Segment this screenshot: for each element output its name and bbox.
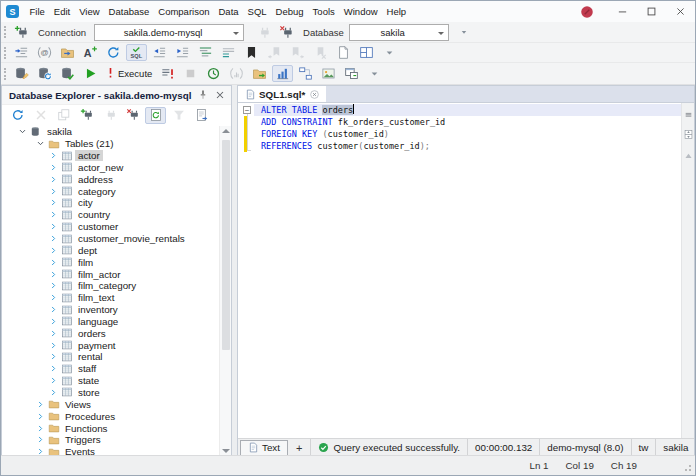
tree-item-actor[interactable]: actor [3, 150, 218, 162]
chevron-collapsed-icon[interactable] [35, 399, 46, 409]
tree-item-actor-new[interactable]: actor_new [3, 162, 218, 174]
layout-panes-button[interactable] [356, 44, 377, 61]
tree-item-dept[interactable]: dept [3, 244, 218, 256]
tree-item-state[interactable]: state [3, 375, 218, 387]
scroll-down-icon[interactable] [222, 449, 230, 453]
tree-item-payment[interactable]: payment [3, 339, 218, 351]
run-button[interactable] [80, 65, 101, 82]
tree-item-sakila[interactable]: sakila [3, 126, 218, 138]
window-manager-button[interactable] [341, 65, 362, 82]
split-lines-icon[interactable] [684, 105, 693, 123]
bookmark-button[interactable] [241, 44, 262, 61]
chevron-collapsed-icon[interactable] [35, 435, 46, 445]
overflow-button[interactable] [364, 65, 385, 82]
chevron-expanded-icon[interactable] [35, 139, 46, 149]
tree-item-functions[interactable]: Functions [3, 422, 218, 434]
import-button[interactable] [249, 65, 270, 82]
tab-text-results[interactable]: Text [240, 440, 288, 456]
tree-item-orders[interactable]: orders [3, 327, 218, 339]
chevron-collapsed-icon[interactable] [48, 305, 59, 315]
menu-tools[interactable]: Tools [308, 1, 339, 22]
gray-triangle-icon[interactable] [683, 147, 694, 165]
disconnect-button[interactable] [122, 107, 143, 124]
edit-connection-button[interactable] [11, 65, 32, 82]
goto-statement-button[interactable] [11, 44, 32, 61]
tree-item-film-category[interactable]: film_category [3, 280, 218, 292]
chevron-collapsed-icon[interactable] [35, 411, 46, 421]
chevron-collapsed-icon[interactable] [48, 316, 59, 326]
tree-item-procedures[interactable]: Procedures [3, 410, 218, 422]
chevron-collapsed-icon[interactable] [48, 198, 59, 208]
generate-script-button[interactable] [191, 107, 212, 124]
close-window-button[interactable] [666, 1, 695, 22]
chevron-collapsed-icon[interactable] [48, 352, 59, 362]
tab-sql1[interactable]: SQL1.sql* [238, 86, 326, 102]
chevron-collapsed-icon[interactable] [48, 174, 59, 184]
menu-comparison[interactable]: Comparison [154, 1, 214, 22]
database-select[interactable]: sakila [349, 24, 449, 41]
code-line[interactable]: ADD CONSTRAINT fk_orders_customer_id [254, 116, 681, 128]
fold-toggle-icon[interactable]: – [243, 106, 251, 114]
indent-increase-button[interactable] [172, 44, 193, 61]
tree-item-tables-21-[interactable]: Tables (21) [3, 138, 218, 150]
tree-item-film-text[interactable]: film_text [3, 292, 218, 304]
format-document-button[interactable] [195, 44, 216, 61]
tree-item-inventory[interactable]: inventory [3, 304, 218, 316]
new-connection-button[interactable] [76, 107, 97, 124]
chevron-collapsed-icon[interactable] [48, 340, 59, 350]
menu-window[interactable]: Window [339, 1, 382, 22]
minimize-button[interactable] [608, 1, 637, 22]
add-result-tab-button[interactable]: + [288, 442, 310, 454]
chevron-collapsed-icon[interactable] [48, 376, 59, 386]
toolbar-grip[interactable] [4, 26, 6, 38]
refresh-objects-button[interactable] [145, 107, 166, 124]
query-builder-button[interactable] [295, 65, 316, 82]
close-icon[interactable] [211, 88, 228, 103]
menu-edit[interactable]: Edit [49, 1, 74, 22]
menu-help[interactable]: Help [382, 1, 411, 22]
toolbar-grip[interactable] [4, 47, 6, 59]
menu-debug[interactable]: Debug [271, 1, 308, 22]
indent-decrease-button[interactable] [149, 44, 170, 61]
file-path-button[interactable] [57, 44, 78, 61]
tree-item-film[interactable]: film [3, 256, 218, 268]
menu-file[interactable]: File [25, 1, 49, 22]
sql-code-editor[interactable]: – ALTER TABLE ordersADD CONSTRAINT fk_or… [238, 103, 681, 438]
tree-item-language[interactable]: language [3, 316, 218, 328]
tree-item-store[interactable]: store [3, 387, 218, 399]
new-document-button[interactable] [333, 44, 354, 61]
tree-item-rental[interactable]: rental [3, 351, 218, 363]
tree-item-triggers[interactable]: Triggers [3, 434, 218, 446]
parameters-button[interactable]: @ [34, 44, 55, 61]
tree-item-country[interactable]: country [3, 209, 218, 221]
tree-item-views[interactable]: Views [3, 398, 218, 410]
chevron-collapsed-icon[interactable] [48, 245, 59, 255]
text-case-button[interactable]: A [80, 44, 101, 61]
menu-data[interactable]: Data [214, 1, 243, 22]
chevron-expanded-icon[interactable] [17, 127, 28, 137]
chevron-collapsed-icon[interactable] [48, 281, 59, 291]
chevron-collapsed-icon[interactable] [48, 293, 59, 303]
image-button[interactable] [318, 65, 339, 82]
chevron-collapsed-icon[interactable] [48, 269, 59, 279]
execute-button[interactable]: Execute [102, 65, 156, 82]
code-line[interactable]: FOREIGN KEY (customer_id) [254, 128, 681, 140]
refresh-connection-button[interactable] [34, 65, 55, 82]
connection-select[interactable]: sakila.demo-mysql [94, 24, 244, 41]
menu-sql[interactable]: SQL [243, 1, 271, 22]
split-editor-icon[interactable] [683, 126, 694, 144]
tree-item-customer[interactable]: customer [3, 221, 218, 233]
tree-item-customer-movie-rentals[interactable]: customer_movie_rentals [3, 233, 218, 245]
history-button[interactable] [203, 65, 224, 82]
scroll-up-icon[interactable] [222, 129, 230, 133]
code-line[interactable]: REFERENCES customer(customer_id); [254, 140, 681, 152]
close-tab-icon[interactable] [308, 87, 320, 102]
tree-item-staff[interactable]: staff [3, 363, 218, 375]
chevron-collapsed-icon[interactable] [48, 210, 59, 220]
new-connection-button[interactable] [11, 24, 32, 41]
execute-script-button[interactable] [157, 65, 178, 82]
resize-grip[interactable] [684, 464, 692, 472]
chevron-collapsed-icon[interactable] [48, 328, 59, 338]
maximize-button[interactable] [637, 1, 666, 22]
toolbar-grip[interactable] [4, 68, 6, 80]
